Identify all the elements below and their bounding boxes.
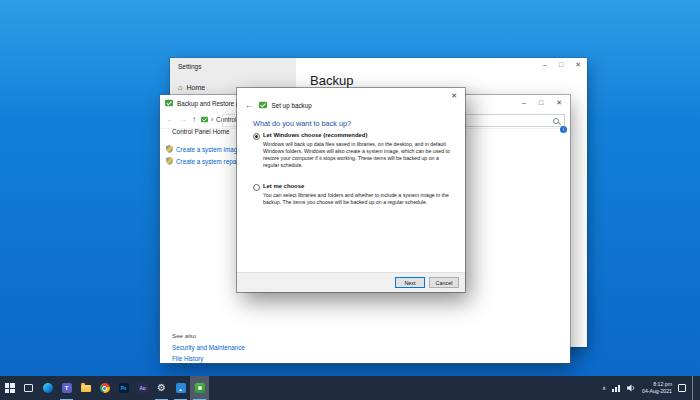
dialog-footer: Next Cancel — [237, 272, 465, 292]
setup-backup-dialog: ✕ ← Set up backup What do you want to ba… — [237, 88, 465, 292]
home-icon: ⌂ — [178, 83, 183, 92]
backup-wizard-icon — [195, 383, 205, 393]
clock-date: 04-Aug-2021 — [642, 388, 672, 395]
home-label: Home — [187, 84, 206, 91]
up-button[interactable]: ↑ — [192, 116, 196, 124]
link-label: Security and Maintenance — [172, 344, 245, 351]
back-arrow-icon[interactable]: ← — [245, 101, 254, 110]
settings-page-title: Backup — [310, 73, 353, 88]
close-button[interactable]: ✕ — [556, 99, 562, 107]
system-tray: ∧ 8:12 pm 04-Aug-2021 — [602, 376, 700, 400]
maximize-button[interactable]: □ — [539, 99, 543, 107]
option-description: You can select libraries and folders and… — [263, 192, 455, 206]
search-input[interactable] — [464, 115, 553, 126]
audition-icon: Au — [138, 383, 148, 393]
search-box[interactable] — [463, 114, 565, 127]
volume-icon[interactable] — [627, 384, 636, 392]
back-button[interactable]: ← — [166, 116, 174, 124]
desktop: Settings ⌂ Home Backup – □ ✕ Backup and … — [0, 0, 700, 400]
task-view-button[interactable] — [19, 376, 38, 400]
radio-let-windows-choose[interactable] — [253, 133, 260, 140]
see-also-header: See also — [172, 332, 196, 339]
close-button[interactable]: ✕ — [575, 61, 581, 69]
forward-button[interactable]: → — [179, 116, 187, 124]
search-icon — [553, 118, 559, 124]
action-center-icon[interactable] — [678, 384, 686, 392]
link-label: Create a system image — [176, 146, 241, 153]
taskbar-item-teams[interactable]: T — [57, 376, 76, 400]
taskbar-item-photoshop[interactable]: Ps — [114, 376, 133, 400]
option-description: Windows will back up data files saved in… — [263, 141, 455, 168]
close-icon[interactable]: ✕ — [451, 92, 457, 100]
sidebar-item-home[interactable]: ⌂ Home — [178, 83, 205, 92]
photoshop-icon: Ps — [119, 383, 129, 393]
setup-backup-icon — [259, 101, 267, 109]
file-history-link[interactable]: File History — [172, 355, 204, 362]
dialog-header: ← Set up backup — [245, 101, 312, 110]
settings-window-title: Settings — [178, 63, 202, 70]
next-button[interactable]: Next — [395, 277, 425, 288]
chrome-icon — [100, 383, 110, 393]
taskbar-item-audition[interactable]: Au — [133, 376, 152, 400]
taskbar: T Ps Au ⚙ ▲ ∧ 8:12 pm 04-Aug-2021 — [0, 376, 700, 400]
task-view-icon — [24, 384, 33, 392]
taskbar-item-backup-wizard[interactable] — [190, 376, 209, 400]
uac-shield-icon — [166, 157, 173, 165]
window-controls: – □ ✕ — [522, 99, 565, 107]
taskbar-item-photos[interactable]: ▲ — [171, 376, 190, 400]
taskbar-item-file-explorer[interactable] — [76, 376, 95, 400]
maximize-button[interactable]: □ — [559, 61, 563, 69]
clock-time: 8:12 pm — [642, 381, 672, 388]
dialog-title: Set up backup — [272, 102, 312, 109]
show-desktop-button[interactable] — [692, 376, 698, 400]
taskbar-item-chrome[interactable] — [95, 376, 114, 400]
settings-window-controls: – □ ✕ — [543, 61, 581, 69]
option-label[interactable]: Let me choose — [263, 183, 304, 189]
hidden-icons-chevron[interactable]: ∧ — [602, 385, 606, 391]
windows-logo-icon — [5, 383, 15, 393]
breadcrumb-sep: › — [211, 116, 213, 123]
create-system-image-link[interactable]: Create a system image — [166, 145, 241, 153]
teams-icon: T — [62, 383, 72, 393]
info-icon[interactable]: i — [560, 126, 567, 133]
breadcrumb-icon — [201, 116, 208, 123]
cancel-button[interactable]: Cancel — [429, 277, 459, 288]
network-icon[interactable] — [612, 384, 621, 392]
minimize-button[interactable]: – — [543, 61, 547, 69]
dialog-heading: What do you want to back up? — [253, 119, 351, 128]
security-maintenance-link[interactable]: Security and Maintenance — [172, 344, 245, 351]
radio-let-me-choose[interactable] — [253, 184, 260, 191]
control-panel-home-link[interactable]: Control Panel Home — [172, 128, 230, 135]
start-button[interactable] — [0, 376, 19, 400]
clock[interactable]: 8:12 pm 04-Aug-2021 — [642, 381, 672, 395]
file-explorer-icon — [81, 385, 91, 392]
edge-icon — [43, 383, 53, 393]
uac-shield-icon — [166, 145, 173, 153]
taskbar-item-edge[interactable] — [38, 376, 57, 400]
backup-app-icon — [165, 99, 173, 107]
option-label[interactable]: Let Windows choose (recommended) — [263, 132, 367, 138]
minimize-button[interactable]: – — [522, 99, 526, 107]
gear-icon: ⚙ — [157, 383, 166, 393]
taskbar-item-settings[interactable]: ⚙ — [152, 376, 171, 400]
photos-icon: ▲ — [176, 383, 186, 393]
link-label: File History — [172, 355, 204, 362]
